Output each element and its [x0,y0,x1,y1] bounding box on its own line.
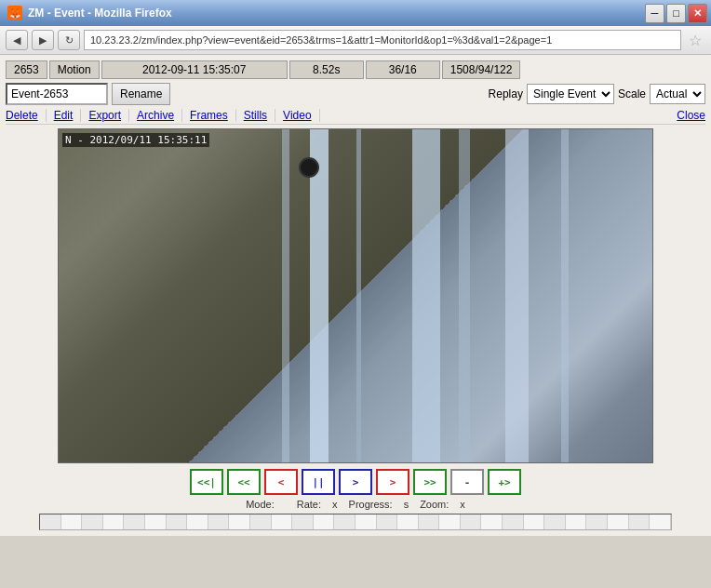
scrub-segment [650,514,671,529]
scrub-segment [481,514,503,529]
scrub-segment [61,514,83,529]
scrub-segment [397,514,419,529]
nav-refresh-button[interactable]: ↻ [58,30,80,50]
step-forward-button[interactable]: > [339,469,372,495]
event-size-cell: 1508/94/122 [442,60,521,79]
page-content: 2653 Motion 2012-09-11 15:35:07 8.52s 36… [0,55,711,536]
scrub-segment [608,514,629,529]
address-bar[interactable]: 10.23.23.2/zm/index.php?view=event&eid=2… [84,30,681,50]
event-name-input[interactable] [6,83,108,105]
scrub-segment [586,514,608,529]
scrub-segment [82,514,103,529]
scrub-segment [250,514,272,529]
maximize-button[interactable]: □ [666,4,686,23]
pause-button[interactable]: || [302,469,335,495]
window-title: 🦊 ZM - Event - Mozilla Firefox [4,6,172,20]
video-container: N - 2012/09/11 15:35:11 [58,128,653,463]
nav-forward-button[interactable]: ▶ [32,30,54,50]
scrub-segment [167,514,188,529]
event-timestamp-cell: 2012-09-11 15:35:07 [101,60,288,79]
info-bar: 2653 Motion 2012-09-11 15:35:07 8.52s 36… [6,60,705,79]
scrub-segment [208,514,230,529]
status-bar: Mode: Rate: x Progress: s Zoom: x [246,499,465,510]
camera-feed [59,129,652,462]
archive-link[interactable]: Archive [129,109,182,122]
scrub-segment [145,514,167,529]
close-window-button[interactable]: ✕ [688,4,707,23]
video-timestamp-overlay: N - 2012/09/11 15:35:11 [62,133,209,147]
scale-label: Scale [618,87,646,100]
delete-link[interactable]: Delete [6,109,47,122]
scrub-segment [272,514,293,529]
scrub-segment [566,514,587,529]
scrub-segment [103,514,125,529]
scrub-segment [40,514,61,529]
close-link[interactable]: Close [677,109,705,122]
scrub-segment [439,514,461,529]
window-controls: ─ □ ✕ [645,4,707,23]
toolbar-row: Rename Replay Single Event All Events Co… [6,83,705,105]
scrub-segment [629,514,651,529]
bookmark-button[interactable]: ☆ [685,32,705,49]
zoom-out-button[interactable]: - [450,469,484,495]
scrub-segment [124,514,145,529]
scrub-segment [419,514,440,529]
event-frames-cell: 36/16 [366,60,440,79]
scrub-segment [524,514,545,529]
progress-label: Progress: [349,499,393,510]
play-button[interactable]: > [376,469,409,495]
nav-back-button[interactable]: ◀ [6,30,28,50]
edit-link[interactable]: Edit [47,109,82,122]
event-id-cell: 2653 [6,60,47,79]
scrub-segment [503,514,524,529]
frames-link[interactable]: Frames [182,109,236,122]
zoom-value: x [460,499,465,510]
export-link[interactable]: Export [81,109,129,122]
step-back-button[interactable]: < [264,469,298,495]
replay-label: Replay [489,87,523,100]
event-duration-cell: 8.52s [289,60,364,79]
progress-value: s [404,499,409,510]
scale-select[interactable]: Actual 50% 75% 100% 150% 200% [650,84,705,104]
replay-section: Replay Single Event All Events Continuou… [489,84,705,104]
window-titlebar: 🦊 ZM - Event - Mozilla Firefox ─ □ ✕ [0,0,711,26]
scrub-bar[interactable] [39,514,672,530]
fast-rewind-button[interactable]: <<| [190,469,223,495]
scrub-segment [544,514,566,529]
scrub-segment [377,514,398,529]
stills-link[interactable]: Stills [236,109,275,122]
zoom-in-button[interactable]: +> [488,469,521,495]
browser-icon: 🦊 [7,6,22,20]
scrub-segment [314,514,335,529]
scrub-segment [334,514,356,529]
event-cause-cell: Motion [49,60,100,79]
scrub-segment [292,514,314,529]
controls-section: <<| << < || > > >> - +> Mode: Rate: x Pr… [6,469,705,530]
rate-label: Rate: [297,499,321,510]
rename-button[interactable]: Rename [112,83,170,105]
replay-select[interactable]: Single Event All Events Continuous [527,84,614,104]
video-link[interactable]: Video [275,109,319,122]
scrub-segment [461,514,482,529]
zoom-label: Zoom: [420,499,449,510]
browser-toolbar: ◀ ▶ ↻ 10.23.23.2/zm/index.php?view=event… [0,26,711,55]
nav-links: Delete Edit Export Archive Frames Stills… [6,109,705,125]
scrub-segment [187,514,208,529]
mode-label: Mode: [246,499,275,510]
rewind-button[interactable]: << [227,469,261,495]
minimize-button[interactable]: ─ [645,4,664,23]
playback-buttons: <<| << < || > > >> - +> [190,469,521,495]
scrub-segment [229,514,250,529]
fast-forward-button[interactable]: >> [413,469,447,495]
scrub-segment [356,514,377,529]
rate-value: x [332,499,338,510]
